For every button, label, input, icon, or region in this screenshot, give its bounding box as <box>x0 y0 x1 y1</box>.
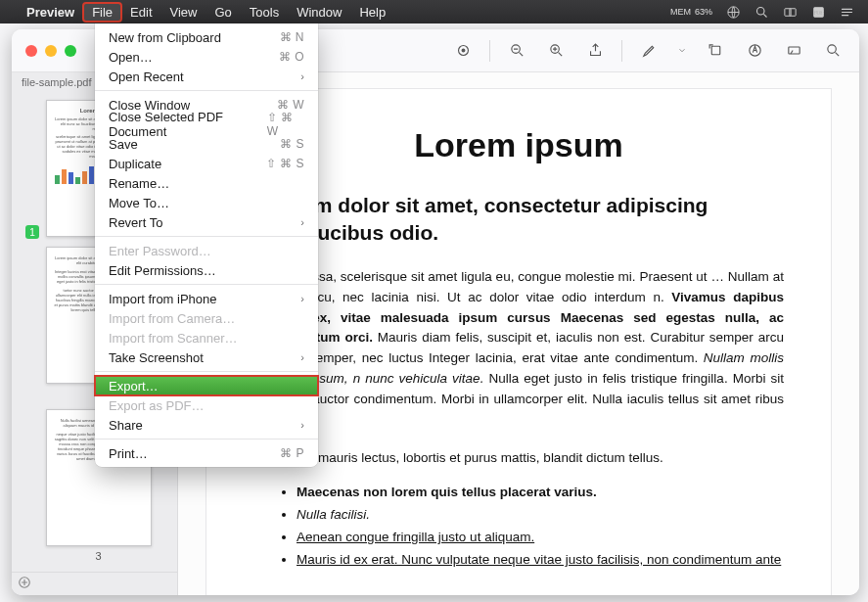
menu-file[interactable]: File <box>83 3 121 22</box>
menu-item-rename[interactable]: Rename… <box>95 173 318 193</box>
menu-item-move-to[interactable]: Move To… <box>95 193 318 212</box>
menu-item-shortcut: ⌘ P <box>280 446 304 460</box>
menu-tools[interactable]: Tools <box>241 3 288 22</box>
file-menu-dropdown: New from Clipboard⌘ NOpen…⌘ OOpen Recent… <box>95 23 318 467</box>
highlight-button[interactable] <box>632 37 665 65</box>
close-window-button[interactable] <box>25 45 37 57</box>
app-menu[interactable]: Preview <box>18 3 83 22</box>
menu-edit[interactable]: Edit <box>121 3 160 22</box>
share-button[interactable] <box>578 37 612 65</box>
menu-item-open[interactable]: Open…⌘ O <box>95 47 318 67</box>
toolbar-separator <box>621 40 622 62</box>
menu-separator <box>95 439 318 440</box>
menu-item-revert-to[interactable]: Revert To› <box>95 212 318 232</box>
rotate-button[interactable] <box>699 37 732 65</box>
menu-item-shortcut: ⌘ W <box>277 98 304 112</box>
submenu-chevron-icon: › <box>300 70 304 82</box>
svg-text:PDF: PDF <box>814 10 824 16</box>
menu-item-label: Edit Permissions… <box>109 263 216 278</box>
menu-item-duplicate[interactable]: Duplicate⇧ ⌘ S <box>95 154 318 173</box>
menu-item-import-from-scanner: Import from Scanner… <box>95 328 318 347</box>
list-item: Mauris id ex erat. Nunc vulputate neque … <box>297 552 784 567</box>
memory-indicator[interactable]: MEM63% <box>670 8 712 17</box>
menu-item-edit-permissions[interactable]: Edit Permissions… <box>95 260 318 280</box>
submenu-chevron-icon: › <box>300 351 304 363</box>
list-item: Nulla facilisi. <box>297 507 784 522</box>
markup-button[interactable] <box>738 37 771 65</box>
menu-item-shortcut: ⌘ N <box>280 30 305 44</box>
menubar-extra-icon[interactable] <box>840 5 854 20</box>
list-item: Maecenas non lorem quis tellus placerat … <box>297 485 784 499</box>
menu-item-label: Print… <box>109 446 148 461</box>
menu-item-open-recent[interactable]: Open Recent› <box>95 67 318 86</box>
menu-separator <box>95 90 318 91</box>
menu-item-label: Import from iPhone <box>109 292 217 306</box>
menubar-left: Preview File Edit View Go Tools Window H… <box>8 3 394 22</box>
window-toolbar <box>446 37 849 65</box>
toolbar-separator <box>489 40 490 62</box>
menu-item-import-from-camera: Import from Camera… <box>95 308 318 328</box>
menu-item-new-from-clipboard[interactable]: New from Clipboard⌘ N <box>95 27 318 47</box>
page-lead: Maecenas mauris lectus, lobortis et puru… <box>253 448 784 469</box>
menu-separator <box>95 284 318 285</box>
svg-point-13 <box>827 45 836 54</box>
menu-item-import-from-iphone[interactable]: Import from iPhone› <box>95 289 318 308</box>
menu-item-label: New from Clipboard <box>109 30 221 45</box>
menu-item-take-screenshot[interactable]: Take Screenshot› <box>95 347 318 367</box>
menu-item-label: Enter Password… <box>109 244 211 258</box>
menu-item-label: Take Screenshot <box>109 350 204 365</box>
form-fill-button[interactable] <box>777 37 810 65</box>
menu-item-share[interactable]: Share› <box>95 415 318 435</box>
page-badge: 1 <box>25 225 39 239</box>
menu-item-print[interactable]: Print…⌘ P <box>95 443 318 463</box>
window-status-icon[interactable] <box>783 5 798 20</box>
menu-item-label: Import from Scanner… <box>109 331 238 346</box>
search-status-icon[interactable] <box>754 5 769 20</box>
search-button[interactable] <box>816 37 849 65</box>
submenu-chevron-icon: › <box>300 293 304 304</box>
svg-rect-10 <box>711 46 720 55</box>
menubar-right: MEM63% PDF <box>670 5 860 20</box>
thumbnail-number: 3 <box>39 550 158 562</box>
menu-item-label: Export as PDF… <box>109 398 205 413</box>
view-options-button[interactable] <box>446 37 480 65</box>
language-status-icon[interactable] <box>726 5 741 20</box>
pdf-status-icon[interactable]: PDF <box>811 5 826 20</box>
menu-separator <box>95 236 318 237</box>
menu-item-label: Share <box>109 418 143 433</box>
menu-item-close-selected-pdf-document[interactable]: Close Selected PDF Document⇧ ⌘ W <box>95 115 318 134</box>
macos-menubar: Preview File Edit View Go Tools Window H… <box>0 0 868 23</box>
menu-item-label: Export… <box>109 379 159 394</box>
menu-item-label: Duplicate <box>109 157 161 171</box>
menu-item-shortcut: ⇧ ⌘ S <box>266 157 304 170</box>
traffic-lights <box>22 45 76 57</box>
menu-item-label: Open… <box>109 50 153 65</box>
page-paragraph: neque massa, scelerisque sit amet ligula… <box>253 267 784 431</box>
menu-item-enter-password: Enter Password… <box>95 241 318 260</box>
menu-item-save[interactable]: Save⌘ S <box>95 134 318 154</box>
menu-go[interactable]: Go <box>206 3 240 22</box>
menu-item-export[interactable]: Export… <box>95 376 318 395</box>
zoom-in-button[interactable] <box>539 37 572 65</box>
minimize-window-button[interactable] <box>45 45 57 57</box>
menu-item-export-as-pdf: Export as PDF… <box>95 395 318 415</box>
zoom-window-button[interactable] <box>65 45 76 57</box>
page-title: Lorem ipsum <box>253 126 784 164</box>
menu-item-label: Save <box>109 137 138 152</box>
menu-view[interactable]: View <box>161 3 206 22</box>
submenu-chevron-icon: › <box>300 419 304 431</box>
menu-item-label: Revert To <box>109 215 162 230</box>
svg-point-7 <box>462 49 465 52</box>
menu-item-shortcut: ⌘ O <box>279 50 304 64</box>
menu-item-label: Import from Camera… <box>109 311 235 326</box>
svg-point-1 <box>757 7 765 15</box>
list-item: Aenean congue fringilla justo ut aliquam… <box>297 530 784 544</box>
menu-item-label: Rename… <box>109 176 169 191</box>
zoom-out-button[interactable] <box>500 37 533 65</box>
menu-help[interactable]: Help <box>350 3 394 22</box>
menu-item-shortcut: ⌘ S <box>280 137 304 151</box>
highlight-menu-button[interactable] <box>671 37 693 65</box>
sidebar-add-button[interactable] <box>12 572 177 595</box>
menu-window[interactable]: Window <box>288 3 350 22</box>
page-bullet-list: Maecenas non lorem quis tellus placerat … <box>253 485 784 567</box>
